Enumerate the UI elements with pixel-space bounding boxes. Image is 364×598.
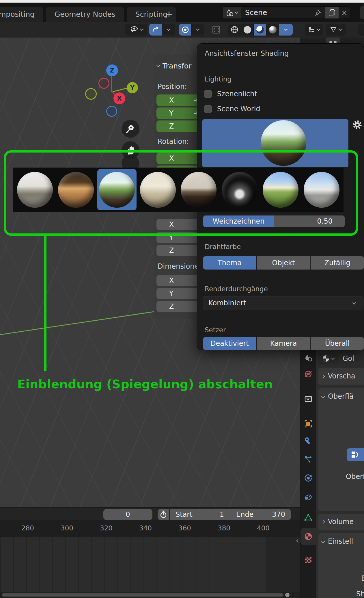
use-nodes-button[interactable]	[347, 448, 364, 461]
material-sphere-icon	[322, 355, 330, 362]
duplicate-icon	[328, 9, 335, 16]
gizmo-axis-y[interactable]: Y	[127, 82, 138, 93]
frame-start-field[interactable]: Start 1	[170, 509, 230, 520]
outliner-display-mode-dropdown[interactable]	[305, 24, 323, 36]
tab-material-properties[interactable]	[300, 528, 316, 545]
ruler-tick-340: 340	[139, 524, 152, 532]
texture-properties-icon	[304, 556, 312, 564]
tab-physics-properties[interactable]	[300, 470, 316, 486]
view-layer-button-partial[interactable]	[360, 6, 364, 19]
chevron-down-icon	[234, 10, 238, 14]
material-properties-icon	[304, 532, 312, 541]
option-objekt[interactable]: Objekt	[257, 256, 310, 270]
timeline-horizontal-scrollbar[interactable]	[0, 592, 300, 598]
option-zufällig[interactable]: Zufällig	[311, 256, 364, 270]
world-settings-button[interactable]	[352, 119, 363, 131]
scene-lights-row: Szenenlicht	[204, 90, 257, 98]
option-thema[interactable]: Thema	[203, 256, 256, 270]
scrollbar-knob[interactable]	[285, 593, 290, 597]
gizmo-axis-minus-x[interactable]	[98, 78, 109, 89]
timeline-header: 0 Start 1 Ende 370	[0, 508, 300, 520]
chevron-down-icon	[352, 301, 356, 304]
new-scene-button[interactable]	[325, 7, 339, 18]
shading-material-preview-button[interactable]	[254, 24, 266, 36]
add-workspace-button[interactable]: +	[162, 7, 176, 22]
panel-preview[interactable]: Vorscha	[318, 368, 364, 385]
transform-panel-header[interactable]: Transfor	[157, 62, 191, 70]
timeline-sidebar-collapse-arrow[interactable]: ‹	[296, 535, 299, 545]
option-überall[interactable]: Überall	[311, 337, 364, 350]
toolbar-button-partial[interactable]	[358, 24, 364, 36]
proportional-editing-toggle[interactable]	[179, 24, 191, 36]
use-preview-range-button[interactable]	[158, 509, 169, 520]
shading-rendered-button[interactable]	[266, 24, 279, 36]
frame-start-value: 1	[220, 510, 224, 519]
material-browse-button[interactable]	[318, 353, 338, 364]
material-name: Gol	[343, 354, 354, 363]
gizmo-axis-x[interactable]: X	[113, 92, 125, 104]
panel-preview-title: Vorscha	[328, 372, 355, 380]
transform-panel-title: Transfor	[163, 62, 191, 70]
tab-data-properties[interactable]	[300, 510, 316, 525]
wire-color-label: Drahtfarbe	[205, 243, 241, 250]
scene-selector[interactable]: Scene ×	[222, 6, 350, 19]
shading-mode-group	[228, 24, 293, 36]
shading-wireframe-button[interactable]	[228, 24, 241, 36]
render-pass-dropdown[interactable]: Kombiniert	[203, 296, 363, 310]
scrollbar-handle[interactable]	[2, 593, 283, 597]
annotation-line	[44, 235, 46, 371]
zoom-button[interactable]	[122, 120, 139, 138]
tab-scene-properties[interactable]	[300, 350, 316, 366]
tab-texture-properties[interactable]	[300, 552, 316, 568]
panel-surface[interactable]: Oberflä Oberfl Fa Sh Sh	[318, 388, 364, 511]
rotation-label: Rotation:	[158, 138, 189, 146]
shading-options-dropdown[interactable]	[279, 24, 293, 36]
filter-funnel-icon	[330, 26, 337, 33]
gizmo-axis-z[interactable]: Z	[106, 64, 118, 76]
pin-icon[interactable]	[314, 9, 321, 16]
timeline-keyframe-area[interactable]	[0, 537, 300, 592]
tab-world-properties[interactable]	[300, 366, 316, 382]
panel-surface-title: Oberflä	[328, 392, 354, 400]
proportional-falloff-dropdown[interactable]	[192, 24, 204, 36]
chevron-down-icon	[331, 356, 335, 360]
chevron-down-icon	[196, 27, 200, 31]
current-frame-field[interactable]: 0	[103, 509, 152, 520]
snap-options-dropdown[interactable]	[162, 24, 175, 36]
outliner-filter-dropdown[interactable]	[326, 24, 346, 36]
timeline-ruler[interactable]: 280300320340360380400	[0, 520, 300, 537]
show-overlays-toggle[interactable]	[210, 24, 223, 36]
scene-name-field[interactable]: Scene	[241, 7, 325, 18]
snap-toggle-button[interactable]	[149, 24, 162, 36]
scene-icon-dropdown[interactable]	[223, 7, 241, 18]
gizmo-axis-minus-y[interactable]	[85, 88, 97, 100]
panel-volume[interactable]: Volume	[318, 514, 364, 530]
workspace-tab-mpositing[interactable]: mpositing	[0, 7, 43, 22]
panel-settings[interactable]: Einstell Blend Shadow	[318, 533, 364, 598]
workspace-tab-geometry-nodes[interactable]: Geometry Nodes	[46, 7, 124, 22]
option-kamera[interactable]: Kamera	[257, 337, 310, 350]
tab-constraint-properties[interactable]	[300, 490, 316, 505]
expanded-arrow-icon	[321, 395, 325, 398]
scene-lights-checkbox[interactable]	[204, 90, 212, 98]
collapsed-arrow-icon	[321, 520, 325, 524]
frame-end-field[interactable]: Ende 370	[230, 509, 291, 520]
tab-modifier-properties[interactable]	[300, 433, 316, 449]
unlink-scene-button[interactable]: ×	[339, 7, 350, 18]
panel-volume-title: Volume	[328, 518, 354, 526]
chevron-down-icon	[338, 27, 342, 31]
scene-world-checkbox[interactable]	[204, 105, 212, 113]
shading-solid-button[interactable]	[241, 24, 253, 36]
timeline-editor[interactable]: 0 Start 1 Ende 370 280300320340360380400…	[0, 507, 300, 598]
scene-world-row: Scene World	[204, 105, 260, 113]
frame-end-value: 370	[272, 510, 285, 519]
ruler-tick-360: 360	[178, 524, 191, 532]
tab-object-properties[interactable]	[300, 416, 316, 432]
dimensions-label: Dimensione	[158, 262, 199, 270]
visibility-dropdown-button[interactable]	[125, 24, 147, 36]
gizmo-axis-minus-z[interactable]	[106, 106, 117, 117]
tab-collection-properties[interactable]	[300, 391, 316, 407]
option-deaktiviert[interactable]: Deaktiviert	[203, 337, 256, 350]
tab-particle-properties[interactable]	[300, 452, 316, 467]
constraint-properties-icon	[304, 493, 312, 502]
